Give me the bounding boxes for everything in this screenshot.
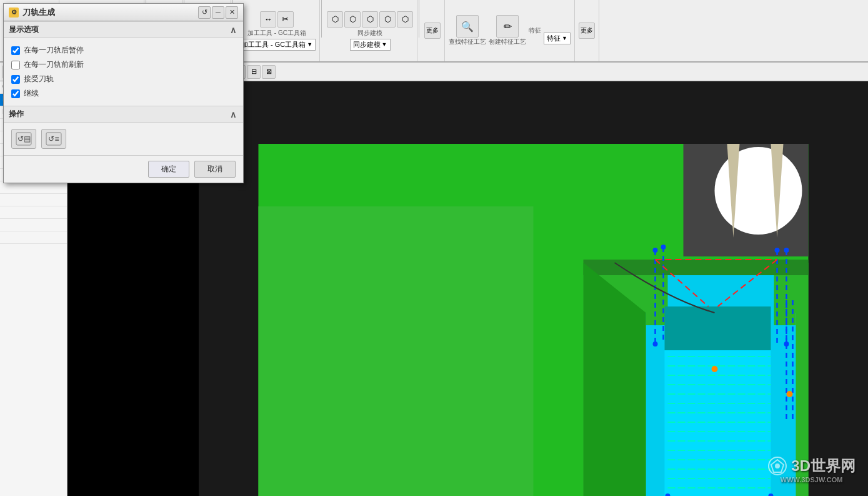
svg-point-47 [787,391,793,397]
dialog-title-text: ⚙ 刀轨生成 [9,7,55,18]
operations-area: ↺▤ ↺≡ [4,123,243,155]
display-options-body: 在每一刀轨后暂停 在每一刀轨前刷新 接受刀轨 继续 [4,38,243,106]
sync-dropdown[interactable]: 同步建模 ▼ [350,39,391,51]
create-feature-btn[interactable]: ✏ [496,15,519,38]
tb2-btn-17[interactable]: ⊟ [247,65,261,79]
left-panel-row-empty8 [0,206,67,219]
viewport-3d: 3D世界网 WWW.3DSJW.COM [199,81,868,496]
display-options-header: 显示选项 ∧ [4,21,243,38]
sync-dropdown-label: 同步建模 [353,40,381,49]
op-btn-generate[interactable]: ↺▤ [11,129,36,149]
find-feature-label: 查找特征工艺 [449,38,486,46]
movface-btn2[interactable]: ✂ [277,11,294,28]
toolbar-section-more1: 更多 [421,0,445,61]
operations-label: 操作 [9,109,24,119]
svg-point-41 [784,248,789,253]
toolbar-section-sync: ⬡ ⬡ ⬡ ⬡ ⬡ 同步建模 同步建模 ▼ [323,0,417,61]
sync-btn3[interactable]: ⬡ [362,11,378,28]
find-feature-btn[interactable]: 🔍 [456,15,479,38]
svg-text:↺▤: ↺▤ [17,134,31,143]
checkbox-pause-after[interactable] [11,46,20,55]
svg-text:↺≡: ↺≡ [48,134,59,143]
features-chevron-icon: ▼ [562,35,567,41]
checkbox-continue[interactable] [11,89,20,98]
svg-point-46 [712,366,718,372]
dialog-toolpath-generate: ⚙ 刀轨生成 ↺ ─ ✕ 显示选项 ∧ 在每一刀轨后暂停 在每一刀轨前刷新 [3,3,244,183]
dialog-title-bar: ⚙ 刀轨生成 ↺ ─ ✕ [4,4,243,21]
features-dropdown[interactable]: 特征 ▼ [544,33,571,44]
svg-point-42 [653,342,658,347]
left-panel-row-empty9 [0,219,67,231]
toolbar-section-features: 🔍 查找特征工艺 ✏ 创建特征工艺 特征 特征 ▼ [445,0,575,61]
checkbox-continue-label: 继续 [24,88,39,99]
features-dropdown-label: 特征 [547,34,561,43]
svg-point-40 [775,248,780,253]
sync-label: 同步建模 [357,29,382,38]
checkbox-row-refresh: 在每一刀轨前刷新 [11,58,236,72]
operations-header: 操作 ∧ [4,106,243,123]
sync-btn5[interactable]: ⬡ [397,11,413,28]
dialog-title-controls: ↺ ─ ✕ [198,6,238,19]
op-btn-generate-icon: ↺▤ [15,131,32,146]
dialog-refresh-btn[interactable]: ↺ [198,6,211,19]
checkbox-accept-path[interactable] [11,75,20,84]
sync-btn1[interactable]: ⬡ [327,11,343,28]
svg-point-2 [715,147,802,235]
checkbox-refresh-label: 在每一刀轨前刷新 [24,59,84,70]
movface-btn1[interactable]: ↔ [260,11,276,28]
separator-5 [419,0,419,38]
display-options-label: 显示选项 [9,24,39,35]
toolbar-section-movface: ↔ ✂ 加工工具 - GC工具箱 加工工具 - GC工具箱 ▼ [234,0,320,61]
dialog-footer: 确定 取消 [4,155,243,183]
movface-label: 加工工具 - GC工具箱 [247,29,306,38]
dialog-title-icon: ⚙ [9,8,19,18]
tb2-btn-18[interactable]: ⊠ [262,65,276,79]
checkbox-row-pause: 在每一刀轨后暂停 [11,43,236,58]
svg-marker-9 [665,350,771,496]
sync-btn4[interactable]: ⬡ [379,11,396,28]
svg-point-39 [661,245,666,250]
dialog-title-label: 刀轨生成 [22,7,55,18]
dialog-close-btn[interactable]: ✕ [226,6,238,19]
checkbox-accept-label: 接受刀轨 [24,74,54,84]
operations-collapse-btn[interactable]: ∧ [228,109,238,119]
checkbox-row-continue: 继续 [11,86,236,101]
checkbox-pause-label: 在每一刀轨后暂停 [24,45,84,56]
svg-marker-5 [259,206,534,496]
sync-btn2[interactable]: ⬡ [344,11,361,28]
dialog-confirm-btn[interactable]: 确定 [148,161,189,178]
display-options-collapse-btn[interactable]: ∧ [228,25,238,35]
dialog-cancel-btn[interactable]: 取消 [194,161,236,178]
3d-scene-svg [199,81,868,496]
features-section-label: 特征 [529,26,541,35]
more1-btn[interactable]: 更多 [424,23,441,39]
left-panel-row-empty7 [0,194,67,206]
toolbar-section-more2: 更多 [575,0,599,61]
svg-marker-13 [665,306,771,350]
more2-btn[interactable]: 更多 [579,23,595,39]
checkbox-row-accept: 接受刀轨 [11,72,236,86]
op-btn-generate2-icon: ↺≡ [45,131,62,146]
svg-point-43 [784,342,789,347]
create-feature-label: 创建特征工艺 [489,38,526,46]
dialog-minimize-btn[interactable]: ─ [212,6,224,19]
left-panel-row-empty6 [0,181,67,194]
separator-4 [321,0,322,38]
op-btn-generate2[interactable]: ↺≡ [41,129,66,149]
tools-chevron-icon: ▼ [307,41,312,48]
svg-point-38 [653,248,658,253]
sync-chevron-icon: ▼ [382,41,387,48]
tools-dropdown-label: 加工工具 - GC工具箱 [241,40,306,49]
checkbox-refresh-before[interactable] [11,61,20,69]
tools-dropdown[interactable]: 加工工具 - GC工具箱 ▼ [238,39,316,51]
left-panel-row-empty10 [0,231,67,244]
